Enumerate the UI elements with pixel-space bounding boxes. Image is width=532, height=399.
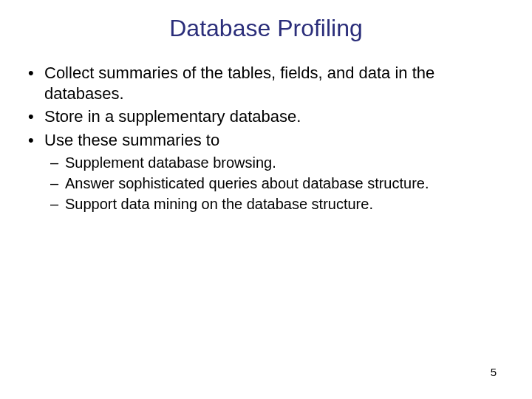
sub-bullet-item: Support data mining on the database stru…: [50, 194, 510, 214]
bullet-item: Collect summaries of the tables, fields,…: [28, 63, 510, 103]
bullet-item: Store in a supplementary database.: [28, 106, 510, 127]
slide-title: Database Profiling: [22, 15, 510, 42]
page-number: 5: [491, 366, 497, 378]
sub-bullet-list: Supplement database browsing. Answer sop…: [22, 153, 510, 214]
sub-bullet-item: Supplement database browsing.: [50, 153, 510, 172]
bullet-item: Use these summaries to: [28, 130, 510, 151]
slide-container: Database Profiling Collect summaries of …: [0, 0, 532, 399]
main-bullet-list: Collect summaries of the tables, fields,…: [22, 63, 510, 150]
sub-bullet-item: Answer sophisticated queries about datab…: [50, 174, 510, 193]
